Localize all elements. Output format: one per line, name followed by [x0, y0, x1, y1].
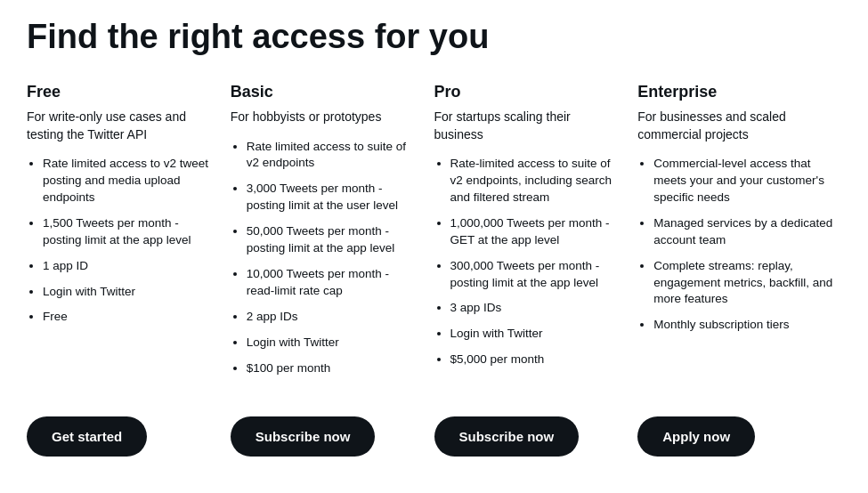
plan-subtitle-basic: For hobbyists or prototypes [231, 109, 418, 126]
list-item: $100 per month [247, 360, 418, 377]
plan-col-enterprise: EnterpriseFor businesses and scaled comm… [637, 83, 841, 457]
list-item: Managed services by a dedicated account … [653, 215, 841, 249]
plan-cta-free: Get started [27, 408, 215, 457]
plan-name-basic: Basic [231, 83, 418, 101]
list-item: 3,000 Tweets per month - posting limit a… [247, 181, 418, 214]
cta-button-enterprise[interactable]: Apply now [637, 416, 755, 457]
plan-cta-pro: Subscribe now [434, 408, 622, 457]
list-item: 1 app ID [43, 258, 215, 275]
page-title: Find the right access for you [27, 18, 841, 56]
list-item: Complete streams: replay, engagement met… [653, 258, 841, 309]
plan-col-basic: BasicFor hobbyists or prototypesRate lim… [231, 83, 434, 457]
plan-col-free: FreeFor write-only use cases and testing… [27, 83, 231, 457]
list-item: 2 app IDs [247, 309, 418, 326]
plan-subtitle-free: For write-only use cases and testing the… [27, 109, 215, 143]
plan-cta-basic: Subscribe now [231, 408, 418, 457]
list-item: 50,000 Tweets per month - posting limit … [247, 223, 418, 257]
plan-name-pro: Pro [434, 83, 622, 101]
plan-col-pro: ProFor startups scaling their businessRa… [434, 83, 638, 457]
list-item: Commercial-level access that meets your … [653, 156, 841, 206]
list-item: 300,000 Tweets per month - posting limit… [450, 258, 622, 292]
plan-subtitle-enterprise: For businesses and scaled commercial pro… [637, 109, 841, 143]
list-item: Monthly subscription tiers [653, 317, 841, 334]
list-item: 3 app IDs [450, 300, 622, 317]
list-item: Login with Twitter [43, 284, 215, 301]
list-item: 10,000 Tweets per month - read-limit rat… [247, 266, 418, 300]
plan-features-enterprise: Commercial-level access that meets your … [637, 156, 841, 392]
list-item: Login with Twitter [247, 335, 418, 352]
plan-cta-enterprise: Apply now [637, 408, 841, 457]
list-item: Free [43, 309, 215, 326]
list-item: 1,000,000 Tweets per month - GET at the … [450, 215, 622, 249]
list-item: Login with Twitter [450, 326, 622, 343]
list-item: $5,000 per month [450, 352, 622, 368]
plan-name-free: Free [27, 83, 215, 101]
plan-features-pro: Rate-limited access to suite of v2 endpo… [434, 156, 622, 392]
list-item: Rate limited access to v2 tweet posting … [43, 156, 215, 206]
plans-grid: FreeFor write-only use cases and testing… [27, 83, 841, 457]
plan-name-enterprise: Enterprise [637, 83, 841, 101]
plan-features-basic: Rate limited access to suite of v2 endpo… [231, 139, 418, 392]
list-item: Rate limited access to suite of v2 endpo… [247, 139, 418, 173]
list-item: Rate-limited access to suite of v2 endpo… [450, 156, 622, 206]
cta-button-pro[interactable]: Subscribe now [434, 416, 580, 457]
cta-button-basic[interactable]: Subscribe now [231, 416, 376, 457]
cta-button-free[interactable]: Get started [27, 416, 147, 457]
list-item: 1,500 Tweets per month - posting limit a… [43, 215, 215, 249]
plan-subtitle-pro: For startups scaling their business [434, 109, 622, 143]
plan-features-free: Rate limited access to v2 tweet posting … [27, 156, 215, 392]
